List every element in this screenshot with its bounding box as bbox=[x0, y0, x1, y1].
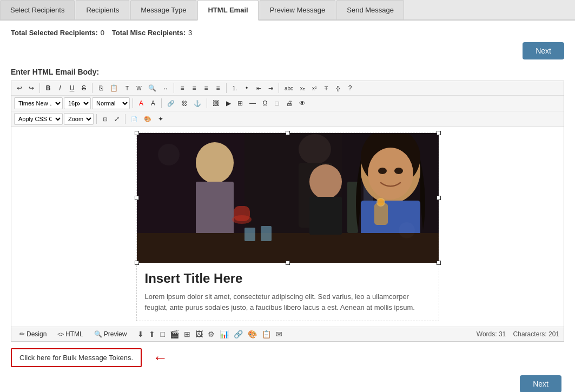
bottom-icon-7[interactable]: ⚙ bbox=[206, 329, 216, 339]
outdent-button[interactable]: ⇤ bbox=[253, 83, 264, 94]
paste-word-button[interactable]: W bbox=[134, 84, 144, 93]
anchor-button[interactable]: ⚓ bbox=[191, 98, 204, 109]
superscript-button[interactable]: x² bbox=[309, 84, 320, 93]
total-selected-label: Total Selected Recipients: bbox=[11, 29, 98, 37]
custom1-button[interactable]: ✦ bbox=[155, 114, 166, 124]
bulk-tokens-link[interactable]: Click here for Bulk Message Tokens. bbox=[11, 348, 142, 367]
unlink-button[interactable]: ⛓ bbox=[179, 98, 190, 108]
resize-handle-tc[interactable] bbox=[286, 131, 290, 135]
resize-handle-bc[interactable] bbox=[286, 261, 290, 265]
apply-css-select[interactable]: Apply CSS Cl... bbox=[14, 113, 63, 125]
bottom-icon-5[interactable]: ⊞ bbox=[182, 329, 192, 339]
svg-point-20 bbox=[378, 199, 384, 205]
strikethrough2-button[interactable]: abc bbox=[282, 84, 296, 93]
print-button[interactable]: 🖨 bbox=[283, 98, 295, 109]
replace-button[interactable]: ↔ bbox=[160, 84, 171, 93]
flash-button[interactable]: ▶ bbox=[223, 98, 234, 109]
tab-preview-message[interactable]: Preview Message bbox=[260, 0, 336, 19]
bottom-icon-9[interactable]: 🔗 bbox=[232, 329, 244, 339]
separator-1 bbox=[39, 83, 40, 93]
svg-rect-6 bbox=[196, 182, 234, 236]
top-next-button[interactable]: Next bbox=[523, 42, 564, 59]
align-left-button[interactable]: ≡ bbox=[177, 83, 188, 94]
bottom-icon-8[interactable]: 📊 bbox=[218, 329, 230, 339]
form-button[interactable]: □ bbox=[272, 98, 282, 109]
preview2-button[interactable]: 👁 bbox=[296, 98, 308, 109]
resize-handle-bl[interactable] bbox=[135, 261, 139, 265]
tab-recipients[interactable]: Recipients bbox=[76, 0, 129, 19]
find-button[interactable]: 🔍 bbox=[146, 83, 159, 94]
email-body-content: Insert Title Here Lorem ipsum dolor sit … bbox=[137, 263, 439, 321]
undo-button[interactable]: ↩ bbox=[14, 83, 25, 94]
copy-button[interactable]: ⎘ bbox=[95, 83, 106, 94]
total-misc-value: 3 bbox=[188, 29, 192, 37]
resize-handle-tr[interactable] bbox=[437, 131, 441, 135]
tab-html-email[interactable]: HTML Email bbox=[197, 0, 258, 21]
separator-5 bbox=[279, 83, 279, 93]
preview-tab-button[interactable]: 🔍 Preview bbox=[90, 329, 131, 340]
bg-color-button[interactable]: A bbox=[148, 98, 158, 109]
redo-button[interactable]: ↪ bbox=[26, 83, 37, 94]
bottom-icon-12[interactable]: ✉ bbox=[274, 329, 284, 339]
link-button[interactable]: 🔗 bbox=[164, 98, 177, 109]
resize-handle-br[interactable] bbox=[437, 261, 441, 265]
maximize-button[interactable]: ⤢ bbox=[111, 114, 122, 124]
list-ul-button[interactable]: • bbox=[241, 83, 252, 94]
tab-select-recipients[interactable]: Select Recipients bbox=[0, 0, 75, 19]
source-button[interactable]: {} bbox=[333, 84, 343, 93]
bottom-icon-4[interactable]: 🎬 bbox=[168, 329, 181, 339]
font-size-select[interactable]: 16px 12px 14px 18px 24px bbox=[64, 97, 91, 109]
paste-text-button[interactable]: T bbox=[122, 84, 133, 93]
total-selected-value: 0 bbox=[101, 29, 104, 37]
image-button[interactable]: 🖼 bbox=[210, 98, 222, 109]
list-ol-button[interactable]: 1. bbox=[229, 84, 240, 93]
tab-message-type[interactable]: Message Type bbox=[130, 0, 196, 19]
align-right-button[interactable]: ≡ bbox=[201, 83, 212, 94]
rule-button[interactable]: — bbox=[247, 98, 259, 109]
resize-handle-mr[interactable] bbox=[437, 196, 441, 200]
special-char-button[interactable]: Ω bbox=[260, 98, 270, 109]
total-misc-label: Total Misc Recipients: bbox=[112, 29, 186, 37]
svg-rect-27 bbox=[309, 197, 342, 235]
strikethrough-button[interactable]: S bbox=[78, 83, 89, 94]
subscript-button[interactable]: x₂ bbox=[297, 84, 308, 93]
toolbar-row-3: Apply CSS Cl... Zoom 50% 75% 100% 150% ⊡… bbox=[11, 111, 564, 127]
show-blocks-button[interactable]: ⊡ bbox=[100, 115, 110, 124]
editor-canvas[interactable]: Insert Title Here Lorem ipsum dolor sit … bbox=[11, 127, 564, 327]
design-tab-button[interactable]: ✏ Design bbox=[16, 329, 50, 340]
resize-handle-tl[interactable] bbox=[135, 131, 139, 135]
svg-point-24 bbox=[158, 144, 180, 165]
bottom-icon-3[interactable]: □ bbox=[158, 329, 166, 339]
bottom-next-button[interactable]: Next bbox=[520, 375, 561, 392]
underline-button[interactable]: U bbox=[67, 83, 77, 94]
align-center-button[interactable]: ≡ bbox=[189, 83, 200, 94]
remove-format-button[interactable]: T̶ bbox=[321, 84, 332, 93]
separator-2 bbox=[92, 83, 92, 93]
bottom-icon-2[interactable]: ⬆ bbox=[147, 329, 157, 339]
tab-send-message[interactable]: Send Message bbox=[336, 0, 404, 19]
bottom-icon-6[interactable]: 🖼 bbox=[194, 329, 204, 339]
email-image-container[interactable] bbox=[137, 133, 439, 263]
bottom-icon-10[interactable]: 🎨 bbox=[246, 329, 259, 339]
bg-image-button[interactable]: 🎨 bbox=[141, 114, 154, 124]
font-family-select[interactable]: Times New ... Arial Verdana bbox=[14, 97, 63, 109]
table-button[interactable]: ⊞ bbox=[235, 98, 246, 109]
bottom-toolbar-icons: ⬇ ⬆ □ 🎬 ⊞ 🖼 ⚙ 📊 🔗 🎨 📋 ✉ bbox=[136, 329, 283, 339]
indent-button[interactable]: ⇥ bbox=[265, 83, 276, 94]
template-button[interactable]: 📄 bbox=[128, 115, 140, 124]
svg-rect-22 bbox=[244, 228, 255, 241]
italic-button[interactable]: I bbox=[55, 83, 65, 94]
bottom-icon-11[interactable]: 📋 bbox=[260, 329, 273, 339]
bold-button[interactable]: B bbox=[43, 83, 54, 94]
help-button[interactable]: ? bbox=[345, 83, 355, 94]
font-color-button[interactable]: A bbox=[136, 98, 147, 109]
top-next-row: Next bbox=[11, 42, 564, 59]
paragraph-style-select[interactable]: Normal Heading 1 Heading 2 bbox=[92, 97, 130, 109]
bottom-icon-1[interactable]: ⬇ bbox=[136, 329, 146, 339]
resize-handle-ml[interactable] bbox=[135, 196, 139, 200]
paste-button[interactable]: 📋 bbox=[107, 83, 121, 94]
svg-point-16 bbox=[378, 168, 387, 174]
align-justify-button[interactable]: ≡ bbox=[213, 83, 223, 94]
zoom-select[interactable]: Zoom 50% 75% 100% 150% bbox=[64, 113, 94, 125]
html-tab-button[interactable]: <> HTML bbox=[54, 329, 87, 340]
